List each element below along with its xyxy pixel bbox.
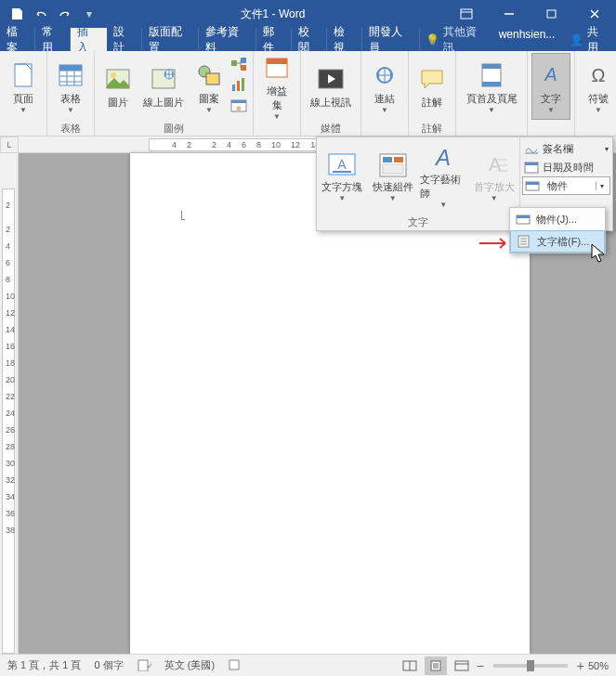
comment-button[interactable]: 註解 xyxy=(413,53,452,120)
svg-rect-35 xyxy=(383,157,392,162)
date-time-button[interactable]: 日期及時間 xyxy=(522,158,610,176)
save-icon[interactable] xyxy=(6,3,28,25)
shapes-label: 圖案 xyxy=(199,92,219,106)
svg-rect-16 xyxy=(232,84,235,91)
page-count[interactable]: 第 1 頁，共 1 頁 xyxy=(7,658,81,673)
calendar-icon xyxy=(524,161,539,174)
tab-review[interactable]: 校閱 xyxy=(292,28,327,51)
svg-rect-53 xyxy=(455,661,468,670)
wordart-button[interactable]: A 文字藝術師 ▼ xyxy=(418,137,469,215)
signature-label: 簽名欄 xyxy=(543,142,573,156)
tab-home[interactable]: 常用 xyxy=(35,28,71,51)
zoom-slider[interactable] xyxy=(493,664,568,668)
svg-rect-37 xyxy=(383,164,403,174)
svg-rect-23 xyxy=(267,58,287,64)
svg-text:⊕: ⊕ xyxy=(236,105,242,111)
signature-icon xyxy=(524,142,539,155)
picture-icon xyxy=(103,64,133,94)
object-split-button[interactable]: 物件 ▾ xyxy=(522,176,610,195)
svg-text:Ω: Ω xyxy=(592,65,606,85)
table-button[interactable]: 表格 ▼ xyxy=(51,53,90,120)
pages-button[interactable]: 頁面 ▼ xyxy=(4,53,43,120)
minimize-icon[interactable] xyxy=(488,0,531,28)
drop-cap-icon: A xyxy=(479,152,509,178)
date-time-label: 日期及時間 xyxy=(543,161,594,175)
table-icon xyxy=(56,60,85,90)
symbols-button[interactable]: Ω 符號 ▼ xyxy=(579,53,616,120)
wordart-label: 文字藝術師 xyxy=(420,173,467,201)
video-icon xyxy=(316,64,346,94)
screenshot-icon[interactable]: ⊕ xyxy=(230,98,247,116)
addins-button[interactable]: 增益 集 ▼ xyxy=(257,53,296,120)
tab-references[interactable]: 參考資料 xyxy=(199,28,256,51)
tab-insert[interactable]: 插入 xyxy=(71,28,106,51)
tab-design[interactable]: 設計 xyxy=(107,28,142,51)
svg-rect-28 xyxy=(482,82,501,86)
text-button[interactable]: A 文字 ▼ xyxy=(531,53,570,120)
text-file-icon xyxy=(517,235,531,248)
ribbon-tabs: 檔案 常用 插入 設計 版面配置 參考資料 郵件 校閱 檢視 開發人員 💡 其他… xyxy=(0,28,616,51)
object-item-label: 物件(J)... xyxy=(536,213,577,227)
svg-rect-6 xyxy=(59,65,82,71)
svg-rect-44 xyxy=(526,182,539,185)
text-label: 文字 xyxy=(541,92,561,106)
svg-rect-27 xyxy=(482,64,501,69)
quick-parts-button[interactable]: 快速組件 ▼ xyxy=(368,137,419,215)
smartart-icon[interactable] xyxy=(230,57,247,75)
online-pictures-button[interactable]: 線上圖片 xyxy=(138,53,190,120)
zoom-thumb[interactable] xyxy=(527,660,534,671)
group-label xyxy=(456,122,527,136)
spell-check-icon[interactable] xyxy=(137,658,151,673)
text-box-button[interactable]: A 文字方塊 ▼ xyxy=(317,137,368,215)
tab-mailings[interactable]: 郵件 xyxy=(256,28,292,51)
zoom-level[interactable]: 50% xyxy=(588,660,609,671)
pictures-button[interactable]: 圖片 xyxy=(98,53,138,120)
object-menu-item[interactable]: 物件(J)... xyxy=(510,208,605,230)
chart-icon[interactable] xyxy=(230,77,247,96)
chevron-down-icon: ▼ xyxy=(273,114,281,120)
wordart-icon: A xyxy=(428,145,458,171)
svg-rect-36 xyxy=(394,157,403,162)
undo-icon[interactable] xyxy=(30,3,52,25)
svg-text:A: A xyxy=(544,64,557,84)
signature-line-button[interactable]: 簽名欄 ▾ xyxy=(522,139,610,158)
group-label xyxy=(528,122,574,136)
word-count[interactable]: 0 個字 xyxy=(94,658,123,673)
links-button[interactable]: 連結 ▼ xyxy=(365,53,404,120)
maximize-icon[interactable] xyxy=(531,0,573,28)
comment-label: 註解 xyxy=(422,96,442,110)
read-mode-icon[interactable] xyxy=(399,656,421,675)
header-footer-button[interactable]: 頁首及頁尾 ▼ xyxy=(460,53,523,120)
chevron-down-icon: ▼ xyxy=(488,108,495,113)
account-name[interactable]: wenhsien... xyxy=(491,28,563,51)
web-layout-icon[interactable] xyxy=(451,656,473,675)
qat-customize-icon[interactable]: ▾ xyxy=(78,3,100,25)
tab-developer[interactable]: 開發人員 xyxy=(362,28,419,51)
person-icon: 👤 xyxy=(570,33,583,46)
tell-me-search[interactable]: 💡 其他資訊 xyxy=(420,28,491,51)
online-pictures-label: 線上圖片 xyxy=(143,96,184,110)
share-button[interactable]: 👤 共用 xyxy=(562,28,616,51)
quick-parts-icon xyxy=(378,152,408,178)
object-label: 物件 xyxy=(544,179,571,193)
ribbon: 頁面 ▼ 表格 ▼ 表格 圖片 線上圖片 xyxy=(0,51,616,136)
quick-access-toolbar: ▾ xyxy=(0,3,100,25)
text-group-label: 文字 xyxy=(317,215,519,230)
redo-icon[interactable] xyxy=(54,3,76,25)
illustrations-group-label: 圖例 xyxy=(95,122,253,136)
macro-icon[interactable] xyxy=(228,658,241,673)
vertical-ruler[interactable]: 22468101214161820222426283032343638 xyxy=(0,153,19,654)
language-status[interactable]: 英文 (美國) xyxy=(164,658,215,673)
print-layout-icon[interactable] xyxy=(425,656,447,675)
shapes-button[interactable]: 圖案 ▼ xyxy=(190,53,229,120)
mouse-cursor-icon xyxy=(591,243,608,264)
tab-file[interactable]: 檔案 xyxy=(0,28,35,51)
online-video-button[interactable]: 線上視訊 xyxy=(305,53,357,120)
chevron-down-icon: ▼ xyxy=(338,196,346,202)
svg-rect-13 xyxy=(231,60,237,66)
zoom-in-icon[interactable]: + xyxy=(577,658,584,673)
tab-view[interactable]: 檢視 xyxy=(327,28,362,51)
zoom-out-icon[interactable]: − xyxy=(477,658,484,673)
chevron-down-icon: ▼ xyxy=(205,108,213,113)
tab-layout[interactable]: 版面配置 xyxy=(142,28,199,51)
